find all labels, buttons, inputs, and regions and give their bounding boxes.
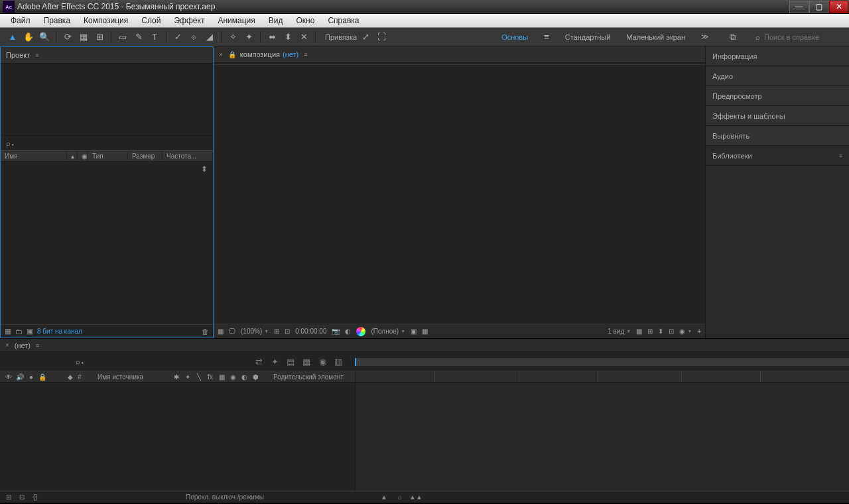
axis-view-icon[interactable]: ✕	[296, 30, 311, 44]
exposure-icon[interactable]: ◉▼	[679, 328, 692, 335]
toggle-switches-label[interactable]: Перекл. выключ./режимы	[186, 493, 264, 501]
panel-menu-icon[interactable]: ≡	[35, 52, 38, 58]
col-size[interactable]: Размер	[128, 153, 163, 160]
view-icon-1[interactable]: ▦	[636, 328, 642, 335]
grid-icon[interactable]: ⊡	[285, 328, 290, 335]
composition-panel-header[interactable]: × 🔒 композиция (нет) ≡	[214, 46, 705, 63]
menu-view[interactable]: Вид	[262, 15, 290, 27]
timeline-ruler[interactable]	[355, 371, 849, 382]
col-tag-icon[interactable]: ◉	[78, 153, 88, 160]
label-column-icon[interactable]: ◆	[66, 372, 75, 381]
pan-behind-tool-icon[interactable]: ⊞	[92, 30, 107, 44]
panel-effects[interactable]: Эффекты и шаблоны	[706, 106, 849, 126]
zoom-home-icon[interactable]: ⌂	[395, 493, 405, 502]
snapshot-icon[interactable]: 📷	[332, 328, 340, 335]
lock-column-icon[interactable]: 🔒	[38, 372, 47, 381]
col-sort-icon[interactable]: ▴	[67, 153, 78, 160]
menu-file[interactable]: Файл	[4, 15, 37, 27]
zoom-in-icon[interactable]: ▲▲	[411, 493, 421, 502]
composition-viewer[interactable]	[214, 64, 705, 324]
zoom-tool-icon[interactable]: 🔍	[37, 30, 52, 44]
menu-effect[interactable]: Эффект	[167, 15, 211, 27]
project-panel-header[interactable]: Проект ≡	[1, 47, 213, 64]
help-search-input[interactable]	[764, 33, 837, 41]
view-icon-2[interactable]: ⊞	[647, 328, 653, 335]
toggle-switches-icon[interactable]: ⊞	[4, 493, 13, 502]
workspace-more[interactable]: ≫	[701, 32, 709, 41]
graph-editor-icon[interactable]: ▥	[334, 357, 343, 366]
roto-tool-icon[interactable]: ✧	[226, 30, 240, 44]
quality-col-icon[interactable]: ╲	[194, 372, 204, 381]
close-button[interactable]: ✕	[829, 1, 848, 13]
3d-col-icon[interactable]: ⬢	[251, 372, 260, 381]
col-source[interactable]: Имя источника	[90, 373, 163, 381]
transparency-icon[interactable]: ▦	[422, 328, 428, 335]
workspace-basics[interactable]: Основы	[501, 33, 528, 41]
flowchart-icon[interactable]: ⬍	[201, 164, 208, 174]
panel-menu-icon[interactable]: ≡	[36, 342, 39, 349]
collapse-icon[interactable]: ✦	[183, 372, 192, 381]
rect-tool-icon[interactable]: ▭	[115, 30, 130, 44]
menu-help[interactable]: Справка	[321, 15, 365, 27]
maximize-button[interactable]: ▢	[809, 1, 828, 13]
pen-tool-icon[interactable]: ✎	[131, 30, 146, 44]
fx-col-icon[interactable]: fx	[206, 372, 215, 381]
motion-blur-col-icon[interactable]: ◉	[228, 372, 237, 381]
view-icon-4[interactable]: ⊡	[669, 328, 674, 335]
col-freq[interactable]: Частота...	[163, 153, 213, 160]
draft-3d-icon[interactable]: ✦	[270, 357, 279, 366]
zoom-out-icon[interactable]: ▲	[379, 493, 389, 502]
active-camera-icon[interactable]: ▦	[218, 328, 224, 335]
minimize-button[interactable]: —	[789, 1, 809, 13]
solo-column-icon[interactable]: ●	[27, 372, 36, 381]
menu-composition[interactable]: Композиция	[77, 15, 135, 27]
menu-window[interactable]: Окно	[289, 15, 321, 27]
rotate-tool-icon[interactable]: ⟳	[60, 30, 75, 44]
project-tree[interactable]: ⬍	[1, 162, 213, 324]
folder-icon[interactable]: 🗀	[15, 328, 23, 336]
timeline-search[interactable]: ⌕▾	[72, 355, 218, 367]
trash-icon[interactable]: 🗑	[202, 328, 209, 336]
puppet-tool-icon[interactable]: ✦	[241, 30, 256, 44]
comp-icon[interactable]: ▣	[27, 327, 33, 336]
snapping-box-icon[interactable]: ⛶	[374, 30, 389, 44]
timeline-header[interactable]: × (нет) ≡	[0, 339, 849, 352]
current-time[interactable]: 0:00:00:00	[295, 328, 326, 335]
menu-layer[interactable]: Слой	[135, 15, 167, 27]
toggle-brackets-icon[interactable]: {}	[31, 493, 40, 502]
eye-column-icon[interactable]: 👁	[4, 372, 13, 381]
clone-tool-icon[interactable]: ⟐	[186, 30, 201, 44]
shy-icon[interactable]: ✱	[172, 372, 181, 381]
selection-tool-icon[interactable]: ▲	[5, 30, 20, 44]
panel-align[interactable]: Выровнять	[706, 126, 849, 146]
col-parent[interactable]: Родительский элемент	[263, 373, 344, 381]
brush-tool-icon[interactable]: ✓	[170, 30, 185, 44]
view-count[interactable]: 1 вид▼	[608, 328, 631, 335]
text-tool-icon[interactable]: T	[147, 30, 162, 44]
axis-local-icon[interactable]: ⬌	[265, 30, 279, 44]
color-channels-icon[interactable]	[356, 327, 365, 336]
search-icon[interactable]: ⌕▾	[6, 139, 15, 147]
eraser-tool-icon[interactable]: ◢	[202, 30, 217, 44]
hide-shy-icon[interactable]: ▤	[286, 357, 295, 366]
panel-info[interactable]: Информация	[706, 46, 849, 66]
panel-menu-icon[interactable]: ≡	[304, 51, 307, 58]
show-channel-icon[interactable]: ◐	[345, 328, 351, 335]
region-icon[interactable]: ▣	[411, 328, 417, 335]
resolution-icon[interactable]: ⊞	[274, 328, 279, 335]
panel-audio[interactable]: Аудио	[706, 66, 849, 86]
hand-tool-icon[interactable]: ✋	[21, 30, 36, 44]
panel-libraries[interactable]: Библиотеки ≡	[706, 146, 849, 166]
toggle-modes-icon[interactable]: ⊡	[17, 493, 27, 502]
monitor-icon[interactable]: 🖵	[229, 328, 235, 335]
workspace-standard[interactable]: Стандартный	[565, 33, 611, 41]
col-name[interactable]: Имя	[1, 153, 67, 160]
menu-animation[interactable]: Анимация	[211, 15, 261, 27]
comp-mini-flowchart-icon[interactable]: ⇄	[254, 357, 263, 366]
plus-icon[interactable]: +	[697, 328, 701, 335]
timeline-tracks[interactable]	[355, 383, 849, 491]
camera-tool-icon[interactable]: ▦	[76, 30, 91, 44]
timeline-layer-list[interactable]	[0, 383, 355, 491]
menu-edit[interactable]: Правка	[37, 15, 78, 27]
quality-select[interactable]: (Полное)▼	[371, 328, 405, 335]
